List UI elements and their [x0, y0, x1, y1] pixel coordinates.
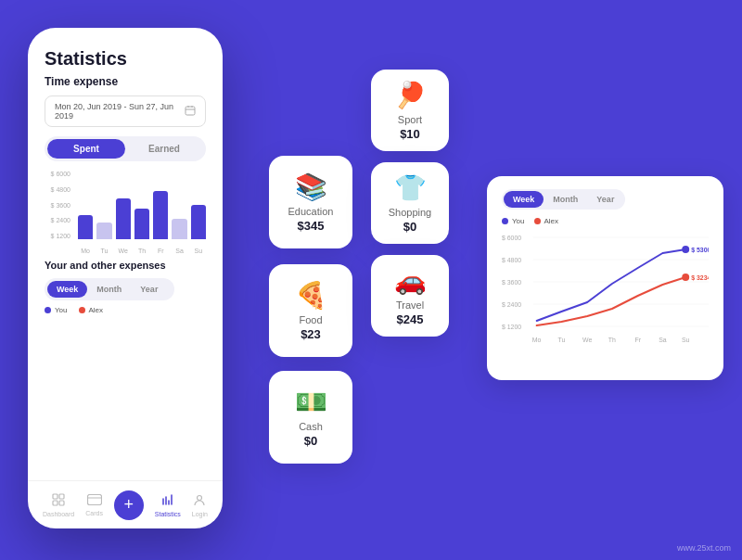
sport-amount: $10 — [400, 127, 420, 141]
svg-text:$ 5300: $ 5300 — [691, 247, 709, 254]
card-cash[interactable]: 💵 Cash $0 — [269, 371, 352, 464]
education-label: Education — [288, 206, 334, 217]
week-month-year-toggle[interactable]: Week Month Year — [45, 278, 174, 300]
plus-button[interactable]: + — [114, 490, 144, 520]
svg-text:Tu: Tu — [558, 337, 566, 343]
card-food[interactable]: 🍕 Food $23 — [269, 264, 352, 357]
svg-rect-4 — [53, 494, 58, 499]
date-range-row[interactable]: Mon 20, Jun 2019 - Sun 27, Jun 2019 — [45, 95, 206, 127]
shopping-label: Shopping — [389, 207, 432, 218]
watermark: www.25xt.com — [677, 543, 731, 553]
y-axis-labels: $ 6000 $ 4800 $ 3600 $ 2400 $ 1200 — [45, 171, 74, 239]
legend-you-label: You — [55, 306, 68, 314]
cp-alex-dot — [534, 218, 541, 224]
spent-button[interactable]: Spent — [47, 139, 125, 159]
svg-text:Sa: Sa — [659, 337, 667, 343]
svg-point-27 — [682, 274, 689, 281]
login-icon — [193, 493, 206, 509]
cards-icon — [87, 493, 102, 508]
nav-plus[interactable]: + — [114, 490, 144, 520]
svg-text:$ 6000: $ 6000 — [502, 235, 521, 241]
nav-statistics[interactable]: Statistics — [155, 493, 181, 517]
sport-icon: 🏓 — [394, 80, 427, 110]
svg-text:$ 4800: $ 4800 — [502, 257, 521, 263]
calendar-icon — [185, 103, 196, 120]
chart-panel-header: Week Month Year — [502, 189, 709, 210]
sport-label: Sport — [398, 114, 422, 125]
spent-earned-toggle[interactable]: Spent Earned — [45, 136, 206, 161]
bar-we — [116, 198, 131, 239]
food-label: Food — [299, 314, 322, 325]
education-icon: 📚 — [295, 172, 327, 202]
svg-text:Fr: Fr — [634, 337, 641, 343]
card-education[interactable]: 📚 Education $345 — [269, 156, 352, 248]
chart-panel: Week Month Year You Alex $ 6000 $ 4800 $… — [487, 176, 723, 380]
nav-statistics-label: Statistics — [155, 511, 181, 517]
svg-rect-5 — [59, 494, 64, 499]
svg-point-14 — [198, 495, 202, 500]
phone-mockup: Statistics Time expense Mon 20, Jun 2019… — [28, 28, 223, 528]
nav-login[interactable]: Login — [192, 493, 208, 517]
cp-month-button[interactable]: Month — [544, 191, 587, 208]
cp-legend: You Alex — [502, 217, 709, 225]
nav-login-label: Login — [192, 511, 208, 517]
svg-text:$ 2400: $ 2400 — [502, 301, 521, 308]
bar-chart: $ 6000 $ 4800 $ 3600 $ 2400 $ 1200 Mo Tu… — [45, 171, 206, 254]
shopping-amount: $0 — [403, 220, 416, 234]
section-title-time: Time expense — [45, 75, 206, 88]
month-button[interactable]: Month — [87, 281, 131, 298]
food-icon: 🍕 — [295, 280, 327, 311]
svg-text:$ 3600: $ 3600 — [502, 279, 521, 286]
bar-fr — [153, 191, 168, 239]
page-title: Statistics — [45, 48, 206, 70]
cp-you-label: You — [512, 217, 525, 225]
nav-cards[interactable]: Cards — [85, 493, 103, 516]
bar-th — [134, 209, 149, 239]
legend: You Alex — [45, 306, 206, 314]
bars-area — [78, 171, 206, 239]
cash-icon: 💵 — [295, 387, 327, 417]
svg-text:We: We — [582, 337, 592, 343]
alex-dot — [79, 307, 85, 313]
card-sport[interactable]: 🏓 Sport $10 — [371, 70, 449, 151]
nav-dashboard-label: Dashboard — [43, 511, 74, 517]
nav-cards-label: Cards — [85, 510, 103, 516]
svg-text:Mo: Mo — [532, 337, 542, 343]
nav-dashboard[interactable]: Dashboard — [43, 493, 74, 517]
svg-rect-7 — [59, 501, 64, 505]
statistics-icon — [161, 493, 174, 509]
bar-sa — [172, 219, 186, 239]
week-button[interactable]: Week — [47, 281, 87, 298]
education-amount: $345 — [298, 219, 325, 233]
bottom-nav: Dashboard Cards + Stat — [28, 480, 223, 528]
year-button[interactable]: Year — [131, 281, 167, 298]
svg-text:Su: Su — [682, 337, 690, 343]
svg-rect-0 — [186, 107, 195, 115]
travel-label: Travel — [396, 299, 424, 311]
card-shopping[interactable]: 👕 Shopping $0 — [371, 162, 449, 244]
bar-mo — [78, 215, 93, 239]
cp-alex-label: Alex — [544, 217, 559, 225]
cp-you-dot — [502, 218, 508, 224]
legend-you: You — [45, 306, 68, 314]
you-dot — [45, 307, 51, 313]
svg-text:Th: Th — [608, 337, 616, 343]
food-amount: $23 — [301, 327, 321, 341]
svg-text:$ 3234: $ 3234 — [691, 274, 709, 282]
bar-tu — [96, 223, 111, 240]
chart-period-toggle[interactable]: Week Month Year — [502, 189, 625, 210]
svg-point-25 — [682, 246, 689, 253]
travel-amount: $245 — [397, 312, 424, 326]
shopping-icon: 👕 — [394, 172, 427, 203]
line-chart: $ 6000 $ 4800 $ 3600 $ 2400 $ 1200 $ 530… — [502, 233, 709, 353]
cp-year-button[interactable]: Year — [587, 191, 623, 208]
date-range-text: Mon 20, Jun 2019 - Sun 27, Jun 2019 — [55, 102, 185, 121]
cp-week-button[interactable]: Week — [504, 191, 544, 208]
earned-button[interactable]: Earned — [125, 139, 203, 159]
cash-label: Cash — [299, 421, 323, 432]
svg-text:$ 1200: $ 1200 — [502, 324, 521, 330]
svg-rect-6 — [53, 501, 58, 505]
dashboard-icon — [52, 493, 65, 509]
bar-su — [191, 205, 206, 239]
card-travel[interactable]: 🚗 Travel $245 — [371, 255, 449, 337]
